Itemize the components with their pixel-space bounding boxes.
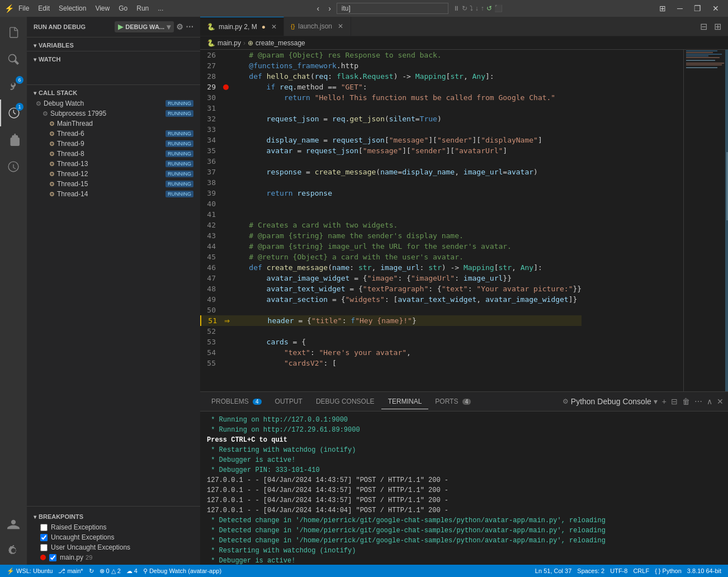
activity-explorer[interactable] <box>0 19 27 46</box>
status-eol[interactable]: CRLF <box>631 567 651 574</box>
call-stack-item[interactable]: ⚙ Debug Watch RUNNING <box>27 98 200 108</box>
menu-edit[interactable]: Edit <box>38 4 50 12</box>
activity-testing[interactable] <box>0 153 27 180</box>
pause-icon[interactable]: ⏸ <box>453 4 460 12</box>
bp-mainpy-checkbox[interactable] <box>49 554 56 561</box>
stop-icon[interactable]: ⬛ <box>494 4 503 12</box>
call-stack-item[interactable]: ⚙ Thread-13 RUNNING <box>27 159 200 169</box>
status-cloud[interactable]: ☁ 4 <box>124 567 140 575</box>
call-stack-header[interactable]: ▾ CALL STACK <box>27 85 200 98</box>
code-text-48: avatar_text_widget = {"textParagraph": {… <box>231 283 582 294</box>
watch-header[interactable]: ▾ WATCH <box>27 51 200 65</box>
panel-tab-problems[interactable]: PROBLEMS 4 <box>205 394 268 409</box>
menu-selection[interactable]: Selection <box>59 4 86 12</box>
tab-launch-json[interactable]: {} launch.json ✕ <box>284 17 351 36</box>
status-branch[interactable]: ⎇ main* <box>56 567 85 575</box>
panel-tab-debug-console[interactable]: DEBUG CONSOLE <box>309 394 381 409</box>
more-options-icon[interactable]: ⋯ <box>694 397 702 406</box>
bp-user-uncaught-checkbox[interactable] <box>40 544 48 551</box>
panel-tab-ports[interactable]: PORTS 4 <box>428 394 478 409</box>
gutter-38 <box>220 177 231 188</box>
minimize-button[interactable]: ─ <box>673 3 687 14</box>
panel-tab-output[interactable]: OUTPUT <box>268 394 309 409</box>
status-encoding[interactable]: UTF-8 <box>608 567 630 574</box>
menu-bar[interactable]: File Edit Selection View Go Run ... <box>18 4 163 12</box>
panel-tab-terminal[interactable]: TERMINAL <box>381 394 429 409</box>
breadcrumb-file[interactable]: main.py <box>218 39 241 47</box>
status-python-version[interactable]: 3.8.10 64-bit <box>685 567 724 574</box>
tab-mainpy-close[interactable]: ✕ <box>271 23 277 31</box>
call-stack-item[interactable]: ⚙ Thread-15 RUNNING <box>27 179 200 189</box>
tab-mainpy[interactable]: 🐍 main.py 2, M ● ✕ <box>200 17 284 36</box>
bp-raised-checkbox[interactable] <box>40 524 48 531</box>
breadcrumb-symbol[interactable]: create_message <box>256 39 305 47</box>
status-sync[interactable]: ↻ <box>87 567 96 575</box>
window-grid-icon[interactable]: ⊞ <box>655 3 670 14</box>
call-stack-item[interactable]: ⚙ Thread-14 RUNNING <box>27 189 200 199</box>
menu-more[interactable]: ... <box>158 4 163 12</box>
bp-mainpy-label: main.py <box>60 554 83 561</box>
bp-uncaught-checkbox[interactable] <box>40 534 48 541</box>
maximize-panel-icon[interactable]: ∧ <box>707 397 712 406</box>
variables-header[interactable]: ▾ VARIABLES <box>27 37 200 51</box>
bp-user-uncaught[interactable]: User Uncaught Exceptions <box>27 542 200 552</box>
line-number-44: 44 <box>200 241 220 252</box>
close-panel-icon[interactable]: ✕ <box>717 397 724 406</box>
bp-raised-exceptions[interactable]: Raised Exceptions <box>27 522 200 532</box>
status-errors[interactable]: ⊗ 0 △ 2 <box>97 567 123 575</box>
split-icon[interactable]: ⊟ <box>671 397 678 406</box>
call-stack-item[interactable]: ⚙ Subprocess 17995 RUNNING <box>27 108 200 119</box>
bp-mainpy[interactable]: main.py 29 <box>27 552 200 562</box>
bp-uncaught-exceptions[interactable]: Uncaught Exceptions <box>27 532 200 542</box>
back-button[interactable]: ‹ <box>313 3 323 14</box>
close-button[interactable]: ✕ <box>708 3 724 14</box>
activity-source-control[interactable]: 6 <box>0 73 27 100</box>
toggle-panel-button[interactable]: ⊞ <box>712 20 724 33</box>
split-editor-button[interactable]: ⊟ <box>698 20 710 33</box>
refresh-icon[interactable]: ↻ <box>462 4 467 12</box>
chevron-down-icon[interactable]: ▾ <box>654 397 658 406</box>
status-spaces[interactable]: Spaces: 2 <box>575 567 607 574</box>
code-text-52 <box>231 326 582 337</box>
status-language[interactable]: { } Python <box>653 567 684 574</box>
activity-extensions[interactable] <box>0 126 27 153</box>
maximize-button[interactable]: ❐ <box>689 3 706 14</box>
status-cursor[interactable]: Ln 51, Col 37 <box>533 567 574 574</box>
line-number-30: 30 <box>200 92 220 103</box>
code-editor[interactable]: 26 # @param {Object} res Response to sen… <box>200 50 683 391</box>
menu-view[interactable]: View <box>95 4 110 12</box>
activity-run-debug[interactable]: 1 <box>0 100 27 126</box>
menu-go[interactable]: Go <box>119 4 127 12</box>
search-input[interactable] <box>337 3 448 14</box>
restart-icon[interactable]: ↺ <box>486 4 492 12</box>
call-stack-item[interactable]: ⚙ Thread-8 RUNNING <box>27 149 200 159</box>
step-into-icon[interactable]: ↓ <box>475 4 479 12</box>
settings-icon[interactable]: ⚙ <box>176 22 183 31</box>
menu-run[interactable]: Run <box>136 4 149 12</box>
terminal-line: * Detected change in '/home/pierrick/git… <box>207 515 721 526</box>
step-over-icon[interactable]: ⤵ <box>470 4 473 12</box>
window-controls[interactable]: ⊞ ─ ❐ ✕ <box>655 3 724 14</box>
tab-launch-close[interactable]: ✕ <box>338 22 343 30</box>
trash-icon[interactable]: 🗑 <box>682 397 690 406</box>
call-stack-item[interactable]: ⚙ MainThread <box>27 119 200 129</box>
activity-search[interactable] <box>0 46 27 73</box>
terminal[interactable]: * Running on http://127.0.0.1:9000 * Run… <box>200 412 728 565</box>
forward-button[interactable]: › <box>325 3 334 14</box>
menu-file[interactable]: File <box>18 4 29 12</box>
status-debug-watch[interactable]: ⚲ Debug Watch (avatar-app) <box>141 567 224 575</box>
activity-accounts[interactable] <box>0 511 27 538</box>
call-stack-item[interactable]: ⚙ Thread-6 RUNNING <box>27 129 200 139</box>
step-out-icon[interactable]: ↑ <box>481 4 484 12</box>
breakpoints-header[interactable]: ▾ BREAKPOINTS <box>27 509 200 522</box>
activity-settings[interactable] <box>0 538 27 565</box>
debug-config[interactable]: ▶ Debug Wa... ▾ <box>115 21 174 32</box>
nav-buttons[interactable]: ‹ › <box>313 3 334 14</box>
line-number-43: 43 <box>200 230 220 241</box>
python-icon: 🐍 <box>207 23 215 31</box>
plus-icon[interactable]: + <box>662 397 666 406</box>
more-icon[interactable]: ⋯ <box>186 22 193 31</box>
call-stack-item[interactable]: ⚙ Thread-12 RUNNING <box>27 169 200 179</box>
call-stack-item[interactable]: ⚙ Thread-9 RUNNING <box>27 139 200 149</box>
status-wsl[interactable]: ⚡ WSL: Ubuntu <box>4 567 55 575</box>
